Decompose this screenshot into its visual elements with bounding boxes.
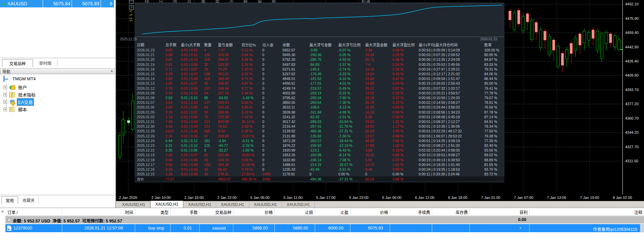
sidebar-item-experts[interactable]: +EA交易 <box>3 98 34 106</box>
tab-symbols[interactable]: 交易品种 <box>2 59 33 67</box>
report-cell: 7.27 <box>218 48 225 52</box>
tree-expand-icon[interactable]: + <box>3 93 7 96</box>
report-cell: 0.47 % <box>392 76 404 81</box>
terminal-column-header[interactable]: 手数 <box>190 209 198 215</box>
tab-favorites[interactable]: 收藏夹 <box>19 196 39 204</box>
chart-tab[interactable]: XAUUSD,H1 <box>117 202 150 208</box>
panel-chart-icon[interactable] <box>129 0 134 4</box>
sidebar-item-item1[interactable]: +f技术指标 <box>3 91 37 98</box>
report-cell: 13.14 <box>365 72 374 76</box>
report-header-cell: 余额 <box>282 43 290 47</box>
time-axis[interactable]: 2 Jan 20262 Jan 10:002 Jan 16:002 Jan 22… <box>116 194 644 201</box>
chart-tab[interactable]: XAUUSD,H1 <box>150 201 184 208</box>
terminal-column-header[interactable]: 库存费 <box>456 209 468 215</box>
report-cell: 3.42 % <box>392 129 404 133</box>
chart-tab[interactable]: XAUUSD,H1 <box>216 202 249 208</box>
terminal-panel: × 订单 /时间类型手数交易品种价格止损止盈价格手续费库存费获利注释 余额: 5… <box>0 208 644 250</box>
terminal-column-header[interactable]: 价格 <box>380 209 388 215</box>
report-cell: 2.64 % <box>241 52 253 57</box>
terminal-column-header[interactable]: 类型 <box>160 209 168 215</box>
report-cell: -63.42 <box>309 115 319 119</box>
report-cell: 259.60 <box>218 134 229 138</box>
terminal-header-row[interactable]: 订单 /时间类型手数交易品种价格止损止盈价格手续费库存费获利注释 <box>5 208 644 216</box>
report-cell: 13.97 <box>165 129 174 133</box>
tree-root-tmgm[interactable]: TMGM MT4 <box>3 76 37 82</box>
price-axis[interactable]: 4492.104475.904459.404442.904426.404409.… <box>622 0 644 194</box>
terminal-column-header[interactable]: 订单 / <box>7 209 18 215</box>
report-cell: 81.55 % <box>484 162 497 167</box>
candle-body <box>122 120 125 134</box>
terminal-column-header[interactable]: 时间 <box>125 209 133 215</box>
order-comment: 作者备用qv1205304115 <box>593 226 637 232</box>
navigator-close-icon[interactable]: × <box>110 69 113 74</box>
report-cell: 0.19 % <box>392 148 404 153</box>
candle-body <box>587 32 590 40</box>
terminal-column-header[interactable]: 价格 <box>265 209 273 215</box>
report-header-cell: 最大浮亏比例 <box>338 43 361 47</box>
terminal-column-header[interactable]: 手续费 <box>418 209 430 215</box>
report-cell: 12.74 <box>365 162 374 167</box>
report-cell: 1876.22 <box>282 143 295 148</box>
tab-tick-chart[interactable]: 即时图 <box>34 59 58 67</box>
order-row[interactable]: 12379020 2026.01.21 12:57:09 buy stop 0.… <box>5 224 640 232</box>
report-cell: 0.01 | 0.06 <box>181 172 197 176</box>
report-cell: -257.41 <box>309 124 321 129</box>
report-cell: 13.57 <box>365 134 374 138</box>
sidebar-item-item3[interactable]: +脚本 <box>3 106 28 113</box>
report-cell: 2025.12.29 <box>137 129 155 133</box>
chart-tab[interactable]: XAUUSD,H1 <box>249 202 282 208</box>
report-cell: -11.78 % <box>338 124 352 129</box>
sidebar-item-item0[interactable]: +账户 <box>3 84 28 91</box>
report-cell: 246.94 <box>218 86 229 91</box>
report-cell: 0 <box>262 119 264 124</box>
report-cell: 3.64 <box>165 100 172 105</box>
report-cell: -0.21 % <box>241 138 254 143</box>
report-total-cell: 77.27 <box>165 177 174 181</box>
report-cell: 2.70 <box>165 86 172 91</box>
report-cell: 2.82 <box>165 76 172 81</box>
time-axis-label: 5 Jan 17:00 <box>316 196 336 200</box>
report-cell: 1.65 <box>165 81 172 86</box>
report-cell: 0.01 | 0.04 <box>181 167 197 172</box>
terminal-column-header[interactable]: 获利 <box>520 209 528 215</box>
report-cell: 5792.30 <box>282 57 295 62</box>
balance-row[interactable]: 余额: 5 952.57 USD 净值: 5 952.57 可用预付款: 5 9… <box>5 216 644 223</box>
report-cell: 87.78 % <box>484 110 497 115</box>
report-cell: 8.89 <box>365 115 372 119</box>
tree-expand-icon[interactable]: + <box>3 108 7 111</box>
tab-common[interactable]: 常用 <box>1 196 18 204</box>
report-cell: -8.14 % <box>338 153 350 157</box>
close-order-icon[interactable]: × <box>519 226 522 231</box>
terminal-scrollbar[interactable] <box>640 224 644 232</box>
price-axis-label: 4409.90 <box>625 73 639 77</box>
panel-help-icon[interactable]: ? <box>129 5 134 10</box>
report-cell: -214.15 <box>309 162 321 167</box>
report-cell: 0.01 | 0.06 <box>181 105 197 110</box>
report-cell: 0.01 | 0.06 <box>181 134 197 138</box>
report-cell: 0.01 | 0.07 <box>181 72 197 76</box>
chart-area[interactable]: 绿日周月季年币帐留账机遇 ? V 5.15 2025.12.15 2026.01… <box>116 0 622 194</box>
terminal-close-icon[interactable]: × <box>1 209 4 214</box>
report-cell: -219.57 <box>309 86 321 91</box>
time-axis-label: 5 Jan 05:00 <box>250 196 270 200</box>
terminal-column-header[interactable]: 止盈 <box>340 209 348 215</box>
report-cell: -7.30 % <box>338 100 350 105</box>
report-cell: 2026.01.15 <box>137 72 155 76</box>
report-cell: 43 <box>204 172 208 176</box>
market-watch-spread: 9 <box>101 0 114 7</box>
terminal-column-header[interactable]: 交易品种 <box>215 209 231 215</box>
report-cell: 3.08 <box>165 52 172 57</box>
time-axis-label: 5 Jan 23:00 <box>349 196 369 200</box>
tree-expand-icon[interactable]: + <box>3 100 7 104</box>
candle-body <box>557 46 560 67</box>
terminal-column-header[interactable]: 注释 <box>634 209 642 215</box>
report-total-cell: 4952.57 <box>218 177 231 181</box>
market-watch-row[interactable]: XAUUSD 5075.84 5075.93 9 <box>0 0 114 7</box>
chart-tab[interactable]: XAUUSD,H1 <box>183 202 216 208</box>
chart-tab[interactable]: XAUUSD,H1 <box>282 202 315 208</box>
tree-expand-icon[interactable]: + <box>3 85 7 89</box>
report-cell: -191.52 <box>309 76 321 81</box>
terminal-column-header[interactable]: 止损 <box>305 209 313 215</box>
report-cell: 2025.12.16 <box>137 167 155 172</box>
navigator-title: 导航 <box>2 69 10 74</box>
